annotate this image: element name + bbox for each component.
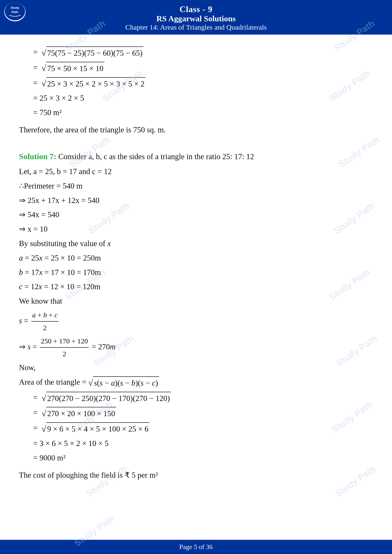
eq-init-1: = √ 75(75 − 25)(75 − 60)(75 − 65)	[19, 46, 373, 59]
header-title: RS Aggarwal Solutions	[2, 14, 390, 23]
sol7-line7: a = 25x = 25 × 10 = 250m	[19, 252, 373, 264]
sol7-area-label: Area of the triangle = √ s(s − a)(s − b)…	[19, 376, 373, 389]
header-class: Class - 9	[2, 4, 390, 14]
sol7-s-value: ⇒ s = 250 + 170 + 120 2 = 270m	[19, 335, 373, 360]
logo: Study Path	[4, 2, 26, 21]
sol7-line9: c = 12x = 12 × 10 = 120m	[19, 280, 373, 293]
svg-text:Study: Study	[11, 6, 20, 9]
eq-init-3: = √ 25 × 3 × 25 × 2 × 5 × 3 × 5 × 2	[19, 77, 373, 90]
solution7-intro: Consider a, b, c as the sides of a trian…	[58, 152, 254, 161]
sol7-eq2: = √ 270 × 20 × 100 × 150	[19, 406, 373, 420]
sol7-eq3: = √ 9 × 6 × 5 × 4 × 5 × 100 × 25 × 6	[19, 422, 373, 435]
sol7-line5: ⇒ x = 10	[19, 223, 373, 235]
sol7-eq1: = √ 270(270 − 250)(270 − 170)(270 − 120)	[19, 391, 373, 405]
svg-text:Path: Path	[12, 10, 18, 14]
page-content: = √ 75(75 − 25)(75 − 60)(75 − 65) = √ 75…	[0, 35, 392, 497]
sol7-line2: ∴Perimeter = 540 m	[19, 180, 373, 192]
solution7-label: Solution 7:	[19, 152, 56, 161]
sol7-eq4: = 3 × 6 × 5 × 2 × 10 × 5	[19, 437, 373, 450]
sol7-line10: We know that	[19, 295, 373, 307]
eq-init-2: = √ 75 × 50 × 15 × 10	[19, 61, 373, 75]
sol7-line6: By substituting the value of x	[19, 237, 373, 250]
page-number: Page 5 of 36	[179, 543, 213, 550]
sol7-now: Now,	[19, 361, 373, 374]
sol7-line8: b = 17x = 17 × 10 = 170m	[19, 266, 373, 279]
conclusion-1: Therefore, the area of the triangle is 7…	[19, 123, 373, 136]
solution7-heading-line: Solution 7: Consider a, b, c as the side…	[19, 150, 373, 163]
sol7-line1: Let, a = 25, b = 17 and c = 12	[19, 165, 373, 178]
sol7-line3: ⇒ 25x + 17x + 12x = 540	[19, 194, 373, 207]
eq-init-5: = 750 m²	[19, 106, 373, 119]
page-header: Study Path Class - 9 RS Aggarwal Solutio…	[0, 0, 392, 35]
sol7-s-formula: s = a + b + c 2	[19, 309, 373, 333]
sol7-conclusion: The cost of ploughing the field is ₹ 5 p…	[19, 469, 373, 482]
sol7-eq5: = 9000 m²	[19, 452, 373, 464]
eq-init-4: = 25 × 3 × 2 × 5	[19, 92, 373, 104]
sol7-line4: ⇒ 54x = 540	[19, 208, 373, 221]
logo-text: Study Path	[5, 2, 25, 21]
header-chapter: Chapter 14: Areas of Triangles and Quadr…	[2, 23, 390, 31]
page-footer: Page 5 of 36	[0, 540, 392, 554]
